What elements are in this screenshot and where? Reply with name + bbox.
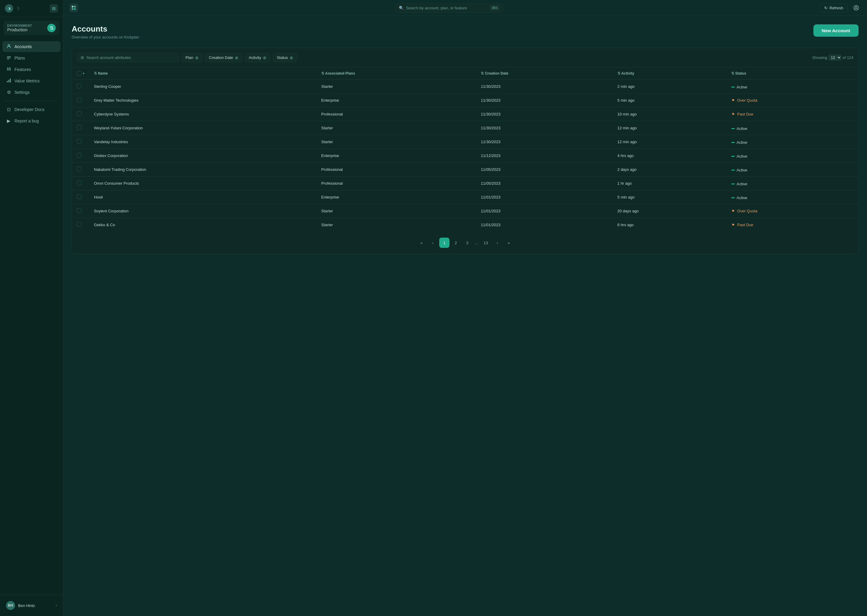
row-creation-date: 11/05/2023: [476, 163, 612, 176]
row-checkbox-9[interactable]: [77, 208, 82, 213]
table-row[interactable]: Sterling CooperStarter11/30/20232 min ag…: [72, 80, 858, 94]
topbar-left: [69, 3, 78, 13]
row-checkbox-5[interactable]: [77, 153, 82, 158]
sidebar-item-accounts[interactable]: Accounts: [2, 41, 60, 52]
row-activity: 6 hrs ago: [613, 218, 727, 232]
user-name: Ben Hintz: [18, 603, 53, 608]
avatar: BH: [6, 601, 15, 610]
logo-icon: ◑: [5, 4, 13, 13]
settings-label: Settings: [14, 90, 30, 95]
filter-activity[interactable]: Activity ⊕: [245, 53, 270, 62]
table-row[interactable]: Weyland-Yutani CorporationStarter11/30/2…: [72, 121, 858, 135]
row-status: Active: [727, 149, 858, 163]
chevron-right-icon: ›: [56, 603, 57, 608]
row-checkbox-2[interactable]: [77, 111, 82, 116]
row-checkbox-8[interactable]: [77, 194, 82, 199]
search-shortcut: ⌘K: [490, 5, 499, 11]
sidebar-item-settings[interactable]: ⚙ Settings: [2, 87, 60, 98]
sidebar-item-value-metrics[interactable]: Value Metrics: [2, 75, 60, 86]
row-activity: 1 hr ago: [613, 176, 727, 190]
filter-plan[interactable]: Plan ⊕: [181, 53, 203, 62]
table-row[interactable]: Gekko & CoStarter11/01/20236 hrs ago⚑Pas…: [72, 218, 858, 232]
row-checkbox-1[interactable]: [77, 97, 82, 102]
row-activity: 5 min ago: [613, 190, 727, 204]
status-label: Active: [737, 140, 747, 145]
header-name[interactable]: ⇅ Name: [89, 68, 317, 80]
page-content: Accounts Overview of your accounts on Ki…: [63, 16, 867, 616]
row-checkbox-cell: [72, 190, 89, 204]
page-title-area: Accounts Overview of your accounts on Ki…: [72, 24, 139, 39]
svg-point-16: [855, 6, 857, 8]
filter-creation-date[interactable]: Creation Date ⊕: [205, 53, 242, 62]
page-2-button[interactable]: 2: [451, 237, 461, 248]
logo-area: ◑ ☽: [5, 4, 20, 13]
row-checkbox-10[interactable]: [77, 222, 82, 227]
sidebar-item-features[interactable]: Features: [2, 64, 60, 75]
row-name: Omni Consumer Products: [89, 176, 317, 190]
row-activity: 5 min ago: [613, 94, 727, 107]
page-3-button[interactable]: 3: [462, 237, 472, 248]
environment-toggle[interactable]: ⇅: [47, 24, 56, 32]
row-name: Gekko & Co: [89, 218, 317, 232]
header-creation-date[interactable]: ⇅ Creation Date: [476, 68, 612, 80]
header-status[interactable]: ⇅ Status: [727, 68, 858, 80]
status-label: Active: [737, 126, 747, 131]
row-checkbox-cell: [72, 121, 89, 135]
row-checkbox-cell: [72, 149, 89, 163]
table-row[interactable]: Cyberdyne SystemsProfessional11/30/20231…: [72, 107, 858, 121]
row-checkbox-0[interactable]: [77, 83, 82, 88]
table-row[interactable]: Soylent CorporationStarter11/01/202320 d…: [72, 204, 858, 218]
table-row[interactable]: Omni Consumer ProductsProfessional11/05/…: [72, 176, 858, 190]
row-activity: 4 hrs ago: [613, 149, 727, 163]
row-status: Active: [727, 121, 858, 135]
status-label: Active: [737, 195, 747, 200]
sidebar-item-developer-docs[interactable]: ⊡ Developer Docs: [2, 104, 60, 115]
environment-selector[interactable]: ENVIRONMENT Production ⇅: [4, 21, 59, 35]
select-all-checkbox[interactable]: [77, 71, 82, 76]
row-plan: Professional: [317, 176, 476, 190]
next-page-button[interactable]: ›: [492, 237, 503, 248]
sidebar-item-report-bug[interactable]: ▶ Report a bug: [2, 115, 60, 126]
showing-label: Showing: [812, 55, 827, 60]
table-row[interactable]: Vandelay IndustriesStarter11/30/202312 m…: [72, 135, 858, 149]
accounts-label: Accounts: [14, 44, 32, 49]
svg-point-4: [7, 68, 8, 69]
row-checkbox-7[interactable]: [77, 181, 82, 185]
row-checkbox-6[interactable]: [77, 167, 82, 171]
attribute-search[interactable]: ⊞ Search account attributes: [77, 53, 179, 62]
new-account-button[interactable]: New Account: [813, 24, 859, 37]
sidebar-footer: BH Ben Hintz ›: [0, 595, 63, 616]
row-plan: Professional: [317, 107, 476, 121]
header-activity[interactable]: ⇅ Activity: [613, 68, 727, 80]
table-row[interactable]: Globex CorporationEnterprise11/12/20234 …: [72, 149, 858, 163]
first-page-button[interactable]: «: [416, 237, 427, 248]
table-row[interactable]: Nakatomi Trading CorporationProfessional…: [72, 163, 858, 176]
filter-search-icon: ⊞: [81, 55, 84, 60]
user-profile[interactable]: BH Ben Hintz ›: [2, 599, 60, 612]
page-ellipsis: ...: [473, 240, 479, 245]
header-plans[interactable]: ⇅ Associated Plans: [317, 68, 476, 80]
sidebar-item-plans[interactable]: Plans: [2, 53, 60, 63]
row-plan: Starter: [317, 121, 476, 135]
refresh-button[interactable]: ↻ Refresh: [820, 4, 848, 13]
history-icon[interactable]: ⊟: [50, 4, 58, 13]
showing-count-select[interactable]: 12 24 48: [828, 55, 842, 61]
table-row[interactable]: Grey Matter TechnologiesEnterprise11/30/…: [72, 94, 858, 107]
filter-status[interactable]: Status ⊕: [273, 53, 297, 62]
table-row[interactable]: HooliEnterprise11/01/20235 min agoActive: [72, 190, 858, 204]
row-checkbox-4[interactable]: [77, 139, 82, 144]
topbar: 🔍 Search by account, plan, or feature ⌘K…: [63, 0, 867, 16]
page-13-button[interactable]: 13: [481, 237, 491, 248]
prev-page-button[interactable]: ‹: [428, 237, 438, 248]
last-page-button[interactable]: »: [504, 237, 514, 248]
global-search[interactable]: 🔍 Search by account, plan, or feature ⌘K: [395, 3, 503, 13]
page-1-button[interactable]: 1: [439, 237, 449, 248]
user-settings-icon[interactable]: [851, 3, 861, 13]
page-subtitle: Overview of your accounts on Kickplan: [72, 35, 139, 39]
svg-rect-11: [72, 6, 74, 8]
row-checkbox-3[interactable]: [77, 125, 82, 130]
row-checkbox-cell: [72, 135, 89, 149]
report-bug-icon: ▶: [6, 118, 11, 124]
value-metrics-label: Value Metrics: [14, 79, 40, 83]
accounts-table-container: ⊞ Search account attributes Plan ⊕ Creat…: [72, 48, 859, 254]
